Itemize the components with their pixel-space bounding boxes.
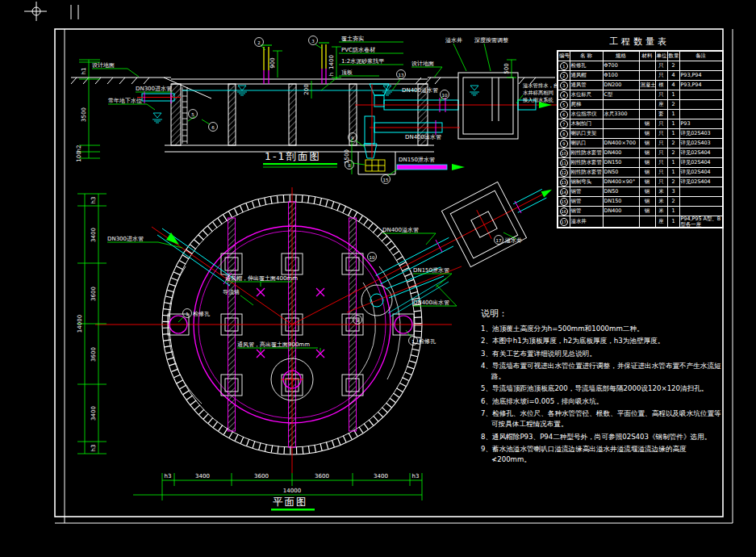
item-material: 钢 [639,129,655,139]
column-header: 备注 [679,51,723,61]
item-unit: 只 [655,119,667,129]
plan-label-dn400-overflow: DN400溢水管 [382,227,419,233]
callout-15: 15 [383,178,389,182]
item-material [639,90,655,100]
item-number: 7 [558,119,570,129]
item-material [639,216,655,228]
item-name: 喇叭口 [570,139,603,149]
item-qty: 2 [667,139,679,149]
item-remark [679,207,723,216]
item-remark [679,100,723,110]
item-material: 钢 [639,119,655,129]
item-spec: C型 [603,90,639,100]
item-material [639,71,655,81]
label-dn400-outlet: DN400出水管 [405,134,441,140]
item-spec: DN400 [603,207,639,216]
callout-13: 13 [399,73,404,77]
item-number-badge: 2 [560,72,568,80]
item-qty: 1 [667,216,679,228]
column-header: 材料 [639,51,655,61]
plan-dim-l3: 3600 [90,347,97,362]
suction-sump [358,84,395,174]
plan-title: 平面图 [273,496,308,508]
label-dn150-drain: DN150泄水管 [399,157,435,163]
plan-dim-b5: h3 [412,473,420,480]
item-name: 钢管 [570,197,603,207]
item-spec: DN50 [603,187,639,197]
plan-dim-l0: h3 [90,197,97,204]
label-top-slab: 顶板 [341,69,353,76]
notes-title: 说明： [481,308,723,320]
item-number-badge: 4 [560,91,568,99]
item-number-badge: 5 [560,101,568,109]
dim-200: 200 [303,84,310,94]
note-item: 6、池底排水坡i=0.005，排向吸水坑。 [481,396,723,407]
item-name: 钢管 [570,207,603,216]
item-number: 4 [558,90,570,100]
dim-900: 900 [269,57,276,68]
item-material [639,110,655,119]
label-dn400-overflow: DN400溢水管 [402,87,438,94]
plan-label-overflow-well: 溢水井 [505,237,522,244]
item-unit: 只 [655,178,667,187]
item-name: 通风帽 [570,71,603,81]
plan-label-dn300: DN300进水管 [107,236,144,242]
item-material: 钢 [639,197,655,207]
table-row: 4水位标尺C型只1 [558,90,723,100]
item-spec [603,100,639,110]
item-number: 16 [558,207,570,216]
plan-dim-total-bottom: 14000 [283,488,301,494]
item-remark: 详见02S404 [679,158,723,168]
item-spec: Φ700 [603,61,639,71]
item-name: 水位指示仪 [570,110,603,119]
item-qty: 1 [667,158,679,168]
item-spec: DN150 [603,158,639,168]
table-row: 7木制拍门钢只1P93 [558,119,723,129]
plan-label-dn400-outlet: DN400出水管 [413,299,449,306]
item-unit: 只 [655,139,667,149]
item-remark: 详见02S404 [679,149,723,158]
note-item: 4、导流墙布置可视进出水管位置进行调整，并保证进出水管布置不产生水流短路。 [481,361,723,382]
quantity-table-title: 工程数量表 [557,36,722,48]
item-number-badge: 1 [560,62,568,70]
item-number-badge: 12 [560,169,568,177]
quantity-table: 编号名 称规格材料单位数量备注 1检修孔Φ700只22通风帽Φ100只4P93,… [557,50,724,228]
item-qty: 1 [667,129,679,139]
note-item: 7、检修孔、水位尺、各种水管管径、根数、平面位置、高程以及吸水坑位置等可按具体工… [481,408,723,429]
item-number: 13 [558,178,570,187]
table-row: 11刚性防水套管DN150钢只1详见02S404 [558,158,723,168]
item-remark: 详见02S404 [679,168,723,178]
plan-dim-b2: 3600 [254,473,269,480]
plan-label-manhole-left: 检修孔 [193,311,211,317]
item-name: 刚性防水套管 [570,158,603,168]
item-number: 15 [558,197,570,207]
item-number: 11 [558,158,570,168]
item-number-badge: 14 [560,188,568,196]
item-unit: 只 [655,71,667,81]
section-view: h1 3500 h2 100 1400 h 900 200 500 1500 设… [71,36,558,184]
item-number: 2 [558,71,570,81]
item-number: 17 [558,216,570,228]
plan-dim-l1: 3400 [90,228,97,242]
item-remark [679,110,723,119]
table-row: 14钢管DN50钢米3 [558,187,723,197]
item-name: 钢制弯头 [570,178,603,187]
registration-mark [24,2,78,21]
item-spec [603,216,639,228]
table-row: 13钢制弯头DN400×90°钢只2详见02S404 [558,178,723,187]
item-material: 钢 [639,149,655,158]
dim-h: h [328,73,335,76]
item-number-badge: 9 [560,140,568,148]
item-material [639,61,655,71]
label-dn300-inlet: DN300进水管 [136,86,172,92]
item-name: 刚性防水套管 [570,168,603,178]
column-header: 名 称 [570,51,603,61]
table-row: 15钢管DN150钢米2 [558,197,723,207]
item-spec: DN400×90° [603,178,639,187]
callout-3: 3 [311,39,315,44]
item-qty: 2 [667,149,679,158]
item-spec: DN400×700 [603,139,639,149]
label-pvc-layer: PVC防水卷材 [341,47,375,53]
label-soil-compact: 覆土夯实 [341,36,364,42]
item-number: 1 [558,61,570,71]
